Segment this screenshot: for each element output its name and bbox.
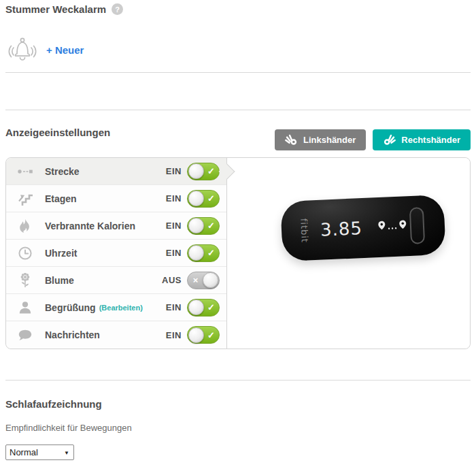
- sleep-tracking-title: Schlafaufzeichnung: [5, 398, 471, 410]
- toggle-state-label: AUS: [162, 275, 182, 285]
- setting-label: Strecke: [45, 166, 80, 177]
- device-preview-pane: fitbit 3.85: [227, 158, 470, 349]
- check-icon: ✓: [204, 194, 218, 203]
- toggle-knob: [203, 272, 218, 288]
- sensitivity-select-wrap: Normal: [5, 444, 74, 460]
- toggle-knob: [188, 245, 204, 261]
- floors-icon: [17, 192, 33, 206]
- setting-row[interactable]: Nachrichten EIN ✓: [6, 321, 226, 349]
- display-settings-panel: Strecke EIN ✓ Etagen EIN ✓ Verbrannte Ka…: [5, 157, 471, 349]
- device-reading: 3.85: [320, 218, 362, 240]
- sensitivity-label: Empfindlichkeit für Bewegungen: [5, 423, 471, 433]
- silent-alarm-title: Stummer Weckalarm: [5, 3, 106, 15]
- toggle-switch[interactable]: ×: [187, 272, 220, 289]
- check-icon: ✓: [204, 303, 218, 312]
- toggle-switch[interactable]: ✓: [187, 244, 220, 262]
- toggle-switch[interactable]: ✓: [187, 299, 220, 317]
- edit-link[interactable]: (Bearbeiten): [99, 304, 143, 312]
- toggle-state-label: EIN: [166, 221, 182, 231]
- device-physical-button: [409, 207, 424, 244]
- toggle-knob: [188, 300, 204, 315]
- right-handed-label: Rechtshänder: [401, 135, 460, 145]
- device-brand-label: fitbit: [299, 218, 310, 243]
- distance-pins-icon: [377, 219, 407, 235]
- flower-icon: [17, 273, 33, 288]
- toggle-knob: [188, 327, 204, 343]
- distance-icon: [17, 168, 33, 175]
- divider: [5, 110, 471, 110]
- settings-list: Strecke EIN ✓ Etagen EIN ✓ Verbrannte Ka…: [6, 158, 227, 349]
- fitbit-device-image: fitbit 3.85: [280, 195, 446, 261]
- ok-hand-icon: [383, 133, 396, 148]
- silent-alarm-header: Stummer Weckalarm ?: [5, 0, 471, 15]
- setting-row[interactable]: Etagen EIN ✓: [6, 185, 226, 212]
- calories-icon: [17, 219, 33, 233]
- toggle-state-label: EIN: [166, 193, 182, 204]
- toggle-switch[interactable]: ✓: [187, 326, 220, 344]
- person-icon: [17, 301, 33, 314]
- alarm-add-row: + Neuer: [5, 33, 471, 66]
- alarm-bell-icon: [5, 35, 39, 64]
- display-settings-header: Anzeigeeinstellungen Linkshänder: [5, 125, 471, 152]
- setting-label: Begrüßung: [45, 302, 96, 313]
- add-alarm-link[interactable]: + Neuer: [46, 44, 84, 56]
- setting-row[interactable]: Begrüßung (Bearbeiten) EIN ✓: [6, 294, 226, 321]
- help-icon[interactable]: ?: [112, 3, 123, 15]
- toggle-state-label: EIN: [166, 330, 182, 340]
- setting-row[interactable]: Blume AUS ×: [6, 267, 226, 294]
- left-handed-button[interactable]: Linkshänder: [275, 129, 366, 150]
- sensitivity-select[interactable]: Normal: [5, 444, 74, 460]
- setting-row[interactable]: Verbrannte Kalorien EIN ✓: [6, 212, 226, 240]
- clock-icon: [17, 246, 33, 260]
- setting-label: Verbrannte Kalorien: [45, 221, 135, 231]
- toggle-knob: [188, 218, 204, 233]
- setting-label: Nachrichten: [45, 329, 100, 340]
- device-settings-page: Stummer Weckalarm ? + Neuer Anzeigeeinst…: [0, 0, 476, 460]
- toggle-state-label: EIN: [166, 302, 182, 312]
- toggle-switch[interactable]: ✓: [187, 190, 220, 208]
- setting-label: Blume: [45, 275, 74, 286]
- check-icon: ✓: [204, 221, 218, 230]
- right-handed-button[interactable]: Rechtshänder: [373, 129, 471, 150]
- x-icon: ×: [188, 276, 203, 285]
- toggle-switch[interactable]: ✓: [187, 217, 220, 235]
- display-settings-title: Anzeigeeinstellungen: [5, 127, 110, 138]
- toggle-state-label: EIN: [166, 166, 182, 176]
- left-handed-label: Linkshänder: [303, 135, 356, 145]
- check-icon: ✓: [204, 167, 218, 176]
- message-icon: [17, 329, 33, 341]
- setting-label: Etagen: [45, 193, 77, 204]
- setting-row[interactable]: Strecke EIN ✓: [6, 158, 226, 185]
- divider: [5, 72, 471, 73]
- divider: [5, 380, 471, 381]
- toggle-knob: [188, 191, 204, 206]
- toggle-knob: [188, 163, 204, 179]
- toggle-state-label: EIN: [166, 248, 182, 258]
- setting-label: Uhrzeit: [45, 248, 77, 259]
- ok-hand-icon: [285, 133, 298, 148]
- check-icon: ✓: [204, 331, 218, 340]
- check-icon: ✓: [204, 248, 218, 257]
- setting-row[interactable]: Uhrzeit EIN ✓: [6, 240, 226, 267]
- toggle-switch[interactable]: ✓: [187, 163, 220, 180]
- handedness-buttons: Linkshänder Rechtshänder: [275, 129, 471, 150]
